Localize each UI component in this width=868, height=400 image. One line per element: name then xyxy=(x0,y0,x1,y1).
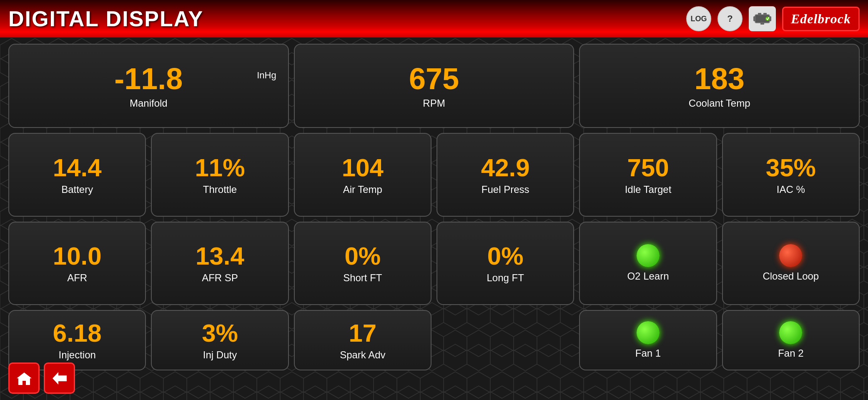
fan2-cell: Fan 2 xyxy=(722,310,860,370)
short-ft-label: Short FT xyxy=(343,272,382,284)
o2-learn-label: O2 Learn xyxy=(627,270,669,282)
fuel-press-label: Fuel Press xyxy=(482,184,529,195)
rpm-value: 675 xyxy=(409,62,459,95)
air-temp-label: Air Temp xyxy=(343,184,382,195)
rpm-cell: 675 RPM xyxy=(294,44,574,128)
afr-sp-cell: 13.4 AFR SP xyxy=(151,222,288,305)
manifold-unit: InHg xyxy=(257,70,276,81)
afr-sp-label: AFR SP xyxy=(202,272,238,284)
closed-loop-indicator xyxy=(779,244,802,267)
short-ft-value: 0% xyxy=(344,242,381,270)
closed-loop-cell: Closed Loop xyxy=(722,222,860,305)
fuel-press-value: 42.9 xyxy=(481,154,530,182)
closed-loop-label: Closed Loop xyxy=(763,270,819,282)
battery-cell: 14.4 Battery xyxy=(8,133,146,217)
iac-value: 35% xyxy=(766,154,816,182)
air-temp-cell: 104 Air Temp xyxy=(294,133,431,217)
afr-sp-value: 13.4 xyxy=(196,242,244,270)
back-button[interactable] xyxy=(44,362,75,394)
inj-duty-label: Inj Duty xyxy=(203,349,237,361)
svg-rect-1 xyxy=(758,13,761,15)
fan1-indicator xyxy=(637,321,660,344)
brand-logo: Edelbrock xyxy=(782,7,860,31)
fan1-cell: Fan 1 xyxy=(579,310,717,370)
short-ft-cell: 0% Short FT xyxy=(294,222,431,305)
spark-adv-value: 17 xyxy=(349,320,376,347)
empty-cell xyxy=(437,310,574,370)
idle-target-cell: 750 Idle Target xyxy=(579,133,717,217)
idle-target-label: Idle Target xyxy=(625,184,672,195)
coolant-cell: 183 Coolant Temp xyxy=(579,44,860,128)
o2-learn-cell: O2 Learn xyxy=(579,222,717,305)
header-actions: LOG ? Edelbrock xyxy=(686,6,860,31)
svg-rect-3 xyxy=(753,16,756,21)
iac-label: IAC % xyxy=(777,184,805,195)
throttle-value: 11% xyxy=(195,154,245,182)
long-ft-cell: 0% Long FT xyxy=(437,222,574,305)
row-2: 14.4 Battery 11% Throttle 104 Air Temp 4… xyxy=(8,133,860,217)
spark-adv-label: Spark Adv xyxy=(340,349,385,361)
injection-value: 6.18 xyxy=(53,320,102,347)
row-1: -11.8 InHg Manifold 675 RPM 183 Coolant … xyxy=(8,44,860,128)
air-temp-value: 104 xyxy=(342,154,384,182)
bottom-nav xyxy=(8,362,75,394)
injection-label: Injection xyxy=(58,349,95,361)
fuel-press-cell: 42.9 Fuel Press xyxy=(437,133,574,217)
home-button[interactable] xyxy=(8,362,40,394)
o2-learn-indicator xyxy=(637,244,660,267)
afr-value: 10.0 xyxy=(53,242,102,270)
inj-duty-cell: 3% Inj Duty xyxy=(151,310,288,370)
long-ft-value: 0% xyxy=(487,242,524,270)
spark-adv-cell: 17 Spark Adv xyxy=(294,310,431,370)
inj-duty-value: 3% xyxy=(202,320,238,347)
app-header: DIGITAL DISPLAY LOG ? Edelbrock xyxy=(0,0,868,38)
fan2-label: Fan 2 xyxy=(778,348,803,359)
coolant-value: 183 xyxy=(695,62,745,95)
manifold-label: Manifold xyxy=(130,98,168,109)
main-content: -11.8 InHg Manifold 675 RPM 183 Coolant … xyxy=(0,38,868,400)
engine-icon-button[interactable] xyxy=(749,6,776,31)
rpm-label: RPM xyxy=(423,98,445,109)
manifold-cell: -11.8 InHg Manifold xyxy=(8,44,289,128)
coolant-label: Coolant Temp xyxy=(689,98,750,109)
throttle-cell: 11% Throttle xyxy=(151,133,288,217)
afr-cell: 10.0 AFR xyxy=(8,222,146,305)
idle-target-value: 750 xyxy=(627,154,669,182)
svg-rect-2 xyxy=(763,13,767,15)
battery-value: 14.4 xyxy=(53,154,102,182)
manifold-value: -11.8 xyxy=(114,62,183,95)
battery-label: Battery xyxy=(61,184,93,195)
iac-cell: 35% IAC % xyxy=(722,133,860,217)
afr-label: AFR xyxy=(67,272,87,284)
throttle-label: Throttle xyxy=(203,184,237,195)
row-3: 10.0 AFR 13.4 AFR SP 0% Short FT 0% Long… xyxy=(8,222,860,305)
fan2-indicator xyxy=(779,321,802,344)
svg-marker-7 xyxy=(53,372,67,385)
data-grid: -11.8 InHg Manifold 675 RPM 183 Coolant … xyxy=(8,44,860,394)
svg-rect-5 xyxy=(760,22,764,25)
long-ft-label: Long FT xyxy=(487,272,524,284)
page-title: DIGITAL DISPLAY xyxy=(8,6,203,31)
log-button[interactable]: LOG xyxy=(686,6,711,31)
fan1-label: Fan 1 xyxy=(635,348,661,359)
help-button[interactable]: ? xyxy=(717,6,743,31)
injection-cell: 6.18 Injection xyxy=(8,310,146,370)
row-4: 6.18 Injection 3% Inj Duty 17 Spark Adv … xyxy=(8,310,860,394)
